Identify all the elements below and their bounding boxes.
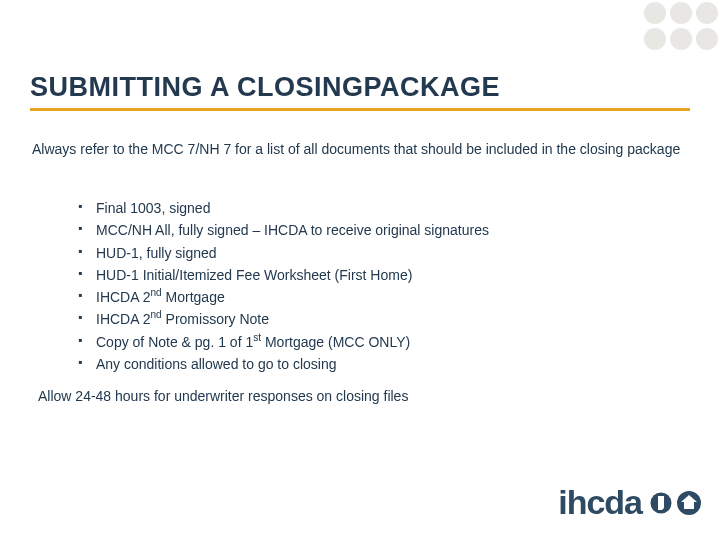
indiana-icon (650, 490, 672, 516)
list-item: Final 1003, signed (78, 198, 678, 218)
list-item-text-tail: Promissory Note (162, 311, 269, 327)
house-icon (676, 490, 702, 516)
list-item-text: HUD-1 Initial/Itemized Fee Worksheet (Fi… (96, 267, 412, 283)
corner-decoration (642, 0, 720, 52)
logo-icons (650, 490, 702, 516)
list-item-text: MCC/NH All, fully signed – IHCDA to rece… (96, 222, 489, 238)
list-item-text: IHCDA 2 (96, 311, 150, 327)
page-title: SUBMITTING A CLOSINGPACKAGE (30, 72, 500, 103)
list-item-text: IHCDA 2 (96, 289, 150, 305)
list-item: Copy of Note & pg. 1 of 1st Mortgage (MC… (78, 332, 678, 352)
footer-note: Allow 24-48 hours for underwriter respon… (38, 388, 408, 404)
slide: SUBMITTING A CLOSINGPACKAGE Always refer… (0, 0, 720, 540)
list-item-text: HUD-1, fully signed (96, 245, 217, 261)
list-item: HUD-1 Initial/Itemized Fee Worksheet (Fi… (78, 265, 678, 285)
logo: ihcda (558, 483, 702, 522)
list-item-text: Any conditions allowed to go to closing (96, 356, 336, 372)
ordinal-suffix: nd (150, 310, 161, 321)
list-item: MCC/NH All, fully signed – IHCDA to rece… (78, 220, 678, 240)
list-item-text-tail: Mortgage (162, 289, 225, 305)
list-item: IHCDA 2nd Mortgage (78, 287, 678, 307)
ordinal-suffix: st (253, 332, 261, 343)
intro-paragraph: Always refer to the MCC 7/NH 7 for a lis… (32, 140, 682, 159)
list-item: Any conditions allowed to go to closing (78, 354, 678, 374)
list-item: IHCDA 2nd Promissory Note (78, 309, 678, 329)
list-item-text: Final 1003, signed (96, 200, 210, 216)
ordinal-suffix: nd (150, 288, 161, 299)
document-list: Final 1003, signed MCC/NH All, fully sig… (78, 198, 678, 376)
title-underline (30, 108, 690, 111)
logo-text: ihcda (558, 483, 642, 522)
list-item-text-tail: Mortgage (MCC ONLY) (261, 334, 410, 350)
list-item: HUD-1, fully signed (78, 243, 678, 263)
list-item-text: Copy of Note & pg. 1 of 1 (96, 334, 253, 350)
